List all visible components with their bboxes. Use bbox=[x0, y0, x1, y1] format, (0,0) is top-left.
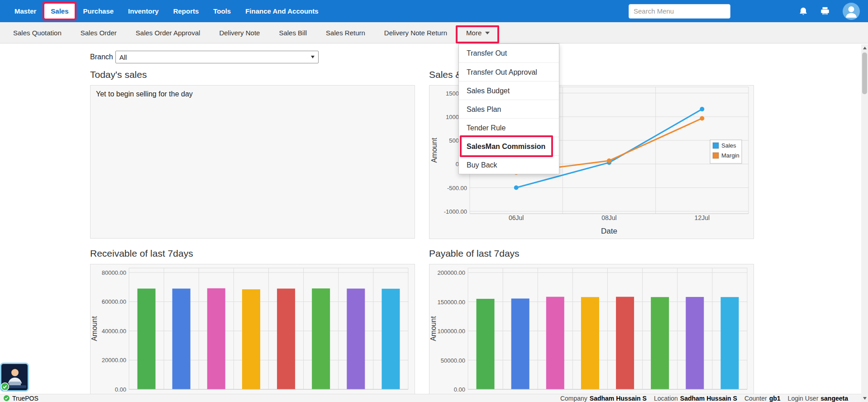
receivable-panel: 0.0020000.0040000.0060000.0080000.00Amou… bbox=[90, 264, 415, 402]
chevron-down-icon bbox=[485, 32, 490, 34]
bar bbox=[277, 288, 295, 389]
status-counter: Countergb1 bbox=[744, 395, 781, 402]
footer-brand: TruePOS bbox=[0, 395, 38, 402]
menu-item-tender-rule[interactable]: Tender Rule bbox=[459, 118, 559, 137]
receivable-title: Receivable of last 7days bbox=[90, 248, 193, 259]
bar bbox=[616, 297, 634, 389]
menu-item-sales-plan[interactable]: Sales Plan bbox=[459, 100, 559, 118]
scrollbar-thumb[interactable] bbox=[862, 53, 867, 94]
menu-item-salesman-commission[interactable]: SalesMan Commission bbox=[459, 137, 559, 155]
menu-item-transfer-out[interactable]: Transfer Out bbox=[459, 44, 559, 62]
receivable-chart: 0.0020000.0040000.0060000.0080000.00Amou… bbox=[91, 264, 415, 402]
svg-text:Amount: Amount bbox=[430, 138, 438, 163]
top-nav-item-purchase[interactable]: Purchase bbox=[77, 4, 120, 19]
svg-text:-1000.00: -1000.00 bbox=[444, 208, 467, 215]
top-nav-right bbox=[629, 3, 868, 20]
subnav-item-label: More bbox=[466, 29, 482, 37]
bar bbox=[720, 297, 739, 389]
svg-text:50000.00: 50000.00 bbox=[441, 357, 465, 364]
sub-nav: Sales QuotationSales OrderSales Order Ap… bbox=[0, 22, 868, 43]
bar bbox=[312, 288, 330, 389]
subnav-item-sales-return[interactable]: Sales Return bbox=[316, 22, 375, 43]
svg-text:20000.00: 20000.00 bbox=[102, 357, 126, 364]
svg-text:Amount: Amount bbox=[91, 316, 98, 341]
scroll-down-icon bbox=[863, 397, 867, 400]
payable-panel: 0.0050000.00100000.00150000.00200000.00A… bbox=[429, 264, 754, 402]
subnav-item-delivery-note[interactable]: Delivery Note bbox=[210, 22, 269, 43]
top-nav-item-reports[interactable]: Reports bbox=[167, 4, 205, 19]
top-nav-item-inventory[interactable]: Inventory bbox=[122, 4, 165, 19]
subnav-item-label: Sales Order bbox=[81, 29, 117, 37]
subnav-item-sales-quotation[interactable]: Sales Quotation bbox=[4, 22, 71, 43]
svg-text:150000.00: 150000.00 bbox=[438, 299, 465, 306]
svg-text:200000.00: 200000.00 bbox=[438, 269, 465, 276]
subnav-item-label: Sales Return bbox=[326, 29, 365, 37]
scroll-up-button[interactable] bbox=[861, 44, 868, 52]
sub-nav-menu: Sales QuotationSales OrderSales Order Ap… bbox=[4, 22, 499, 43]
scroll-up-icon bbox=[863, 47, 867, 49]
search-input[interactable] bbox=[629, 4, 730, 19]
subnav-item-sales-order-approval[interactable]: Sales Order Approval bbox=[126, 22, 210, 43]
bar bbox=[242, 289, 260, 389]
print-icon[interactable] bbox=[820, 6, 830, 16]
top-nav: MasterSalesPurchaseInventoryReportsTools… bbox=[0, 0, 868, 22]
svg-text:0.00: 0.00 bbox=[115, 386, 126, 393]
bar bbox=[207, 288, 225, 389]
bar bbox=[172, 288, 191, 389]
bar bbox=[347, 288, 365, 389]
status-bar-right: CompanySadham Hussain SLocationSadham Hu… bbox=[560, 395, 868, 402]
top-nav-item-master[interactable]: Master bbox=[8, 4, 43, 19]
payable-title: Payable of last 7days bbox=[429, 248, 520, 259]
subnav-item-label: Delivery Note bbox=[219, 29, 260, 37]
subnav-item-label: Sales Bill bbox=[279, 29, 307, 37]
top-nav-item-sales[interactable]: Sales bbox=[44, 4, 75, 19]
branch-row: Branch All bbox=[90, 50, 319, 64]
svg-text:Sales: Sales bbox=[721, 142, 736, 149]
svg-text:0.00: 0.00 bbox=[454, 386, 465, 393]
brand-name: TruePOS bbox=[12, 395, 38, 402]
today-sales-title: Today's sales bbox=[90, 69, 147, 80]
svg-text:40000.00: 40000.00 bbox=[102, 328, 126, 335]
bar bbox=[651, 297, 669, 389]
menu-item-transfer-out-approval[interactable]: Transfer Out Approval bbox=[459, 62, 559, 81]
top-nav-menu: MasterSalesPurchaseInventoryReportsTools… bbox=[0, 4, 325, 19]
subnav-item-delivery-note-return[interactable]: Delivery Note Return bbox=[375, 22, 457, 43]
svg-text:Amount: Amount bbox=[429, 316, 437, 341]
subnav-item-label: Delivery Note Return bbox=[384, 29, 447, 37]
bar bbox=[382, 289, 400, 389]
subnav-item-label: Sales Quotation bbox=[13, 29, 62, 37]
bar bbox=[581, 297, 599, 389]
notifications-bell-icon[interactable] bbox=[798, 6, 808, 17]
scrollbar[interactable] bbox=[861, 44, 868, 402]
today-sales-panel: Yet to begin selling for the day bbox=[90, 85, 415, 239]
branch-select[interactable]: All bbox=[115, 51, 319, 63]
menu-item-buy-back[interactable]: Buy Back bbox=[459, 155, 559, 174]
svg-text:-500.00: -500.00 bbox=[447, 185, 467, 191]
bar bbox=[477, 299, 495, 389]
svg-text:100000.00: 100000.00 bbox=[438, 328, 465, 335]
svg-text:Margin: Margin bbox=[721, 152, 739, 159]
svg-text:12Jul: 12Jul bbox=[695, 214, 710, 221]
subnav-item-sales-bill[interactable]: Sales Bill bbox=[269, 22, 316, 43]
bar bbox=[138, 288, 156, 389]
bar bbox=[511, 298, 529, 389]
status-company: CompanySadham Hussain S bbox=[560, 395, 647, 402]
subnav-item-label: Sales Order Approval bbox=[136, 29, 200, 37]
status-bar: TruePOS CompanySadham Hussain SLocationS… bbox=[0, 394, 868, 402]
subnav-item-sales-order[interactable]: Sales Order bbox=[71, 22, 126, 43]
payable-chart: 0.0050000.00100000.00150000.00200000.00A… bbox=[429, 264, 754, 402]
user-avatar[interactable] bbox=[843, 3, 860, 20]
scroll-down-button[interactable] bbox=[861, 395, 868, 402]
top-nav-item-finance-and-accounts[interactable]: Finance And Accounts bbox=[239, 4, 324, 19]
menu-item-sales-budget[interactable]: Sales Budget bbox=[459, 81, 559, 100]
svg-text:Date: Date bbox=[601, 227, 617, 235]
svg-text:80000.00: 80000.00 bbox=[102, 269, 126, 276]
subnav-item-more[interactable]: More bbox=[457, 22, 499, 43]
status-login-user: Login Usersangeeta bbox=[788, 395, 848, 402]
branch-select-wrap: All bbox=[115, 51, 319, 63]
top-nav-item-tools[interactable]: Tools bbox=[207, 4, 237, 19]
truepos-logo[interactable] bbox=[0, 363, 29, 392]
svg-text:06Jul: 06Jul bbox=[509, 214, 524, 221]
bar bbox=[546, 297, 564, 389]
check-icon bbox=[4, 395, 10, 401]
